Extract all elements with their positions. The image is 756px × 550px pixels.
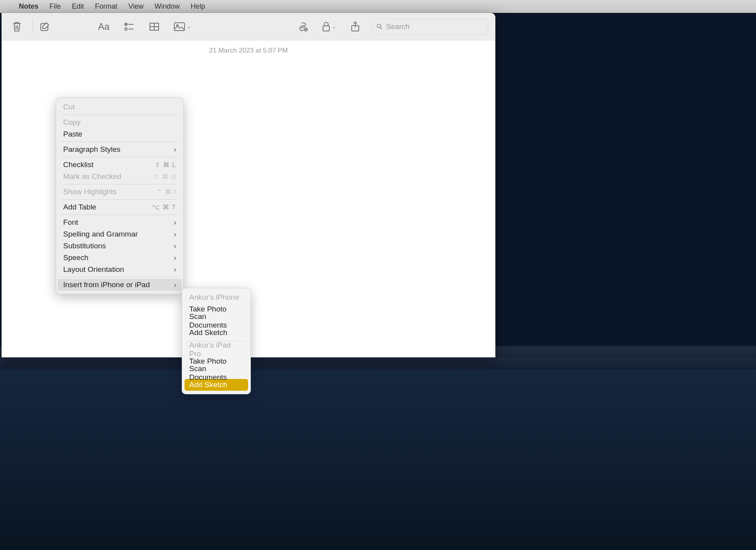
chevron-right-icon: › <box>174 253 176 262</box>
cm-cut: Cut <box>56 101 183 113</box>
cm-separator <box>61 184 179 184</box>
cm-paste[interactable]: Paste <box>56 128 183 140</box>
toolbar-separator <box>32 19 33 35</box>
menubar-view[interactable]: View <box>128 2 144 11</box>
menubar-app-name[interactable]: Notes <box>19 2 38 11</box>
menubar-window[interactable]: Window <box>155 2 180 11</box>
note-timestamp: 21 March 2023 at 5:07 PM <box>2 40 495 55</box>
cm-substitutions[interactable]: Substitutions› <box>56 240 183 252</box>
format-tools: Aa ⌄ <box>96 18 196 35</box>
notes-window: Aa ⌄ <box>2 13 495 357</box>
context-menu: Cut Copy Paste Paragraph Styles› Checkli… <box>56 98 184 294</box>
table-icon[interactable] <box>146 18 163 35</box>
cm-separator <box>61 142 179 142</box>
cm-add-table[interactable]: Add Table⌥ ⌘ T <box>56 201 183 213</box>
submenu-ipad-header: Ankur's iPad Pro <box>184 344 248 355</box>
desktop-background <box>0 358 756 550</box>
menubar-edit[interactable]: Edit <box>72 2 84 11</box>
checklist-icon[interactable] <box>121 18 137 35</box>
cm-checklist[interactable]: Checklist⇧ ⌘ L <box>56 159 183 171</box>
search-field[interactable] <box>372 19 488 35</box>
cm-separator <box>61 277 179 277</box>
cm-show-highlights: Show Highlights⌃ ⌘ I <box>56 186 183 198</box>
chevron-right-icon: › <box>174 280 176 289</box>
cm-speech[interactable]: Speech› <box>56 252 183 264</box>
share-tools: ⌄ <box>294 18 367 35</box>
chevron-right-icon: › <box>174 242 176 250</box>
share-icon[interactable] <box>347 18 363 35</box>
svg-line-16 <box>380 27 382 29</box>
cm-copy: Copy <box>56 117 183 128</box>
chevron-right-icon: › <box>174 145 176 154</box>
media-icon[interactable]: ⌄ <box>171 18 193 35</box>
link-icon[interactable] <box>294 18 311 35</box>
note-body[interactable]: 21 March 2023 at 5:07 PM Cut Copy Paste … <box>2 40 495 357</box>
cm-font[interactable]: Font› <box>56 217 183 228</box>
cm-layout[interactable]: Layout Orientation› <box>56 264 183 275</box>
svg-rect-8 <box>174 23 184 31</box>
cm-mark-checked: Mark as Checked⇧ ⌘ U <box>56 171 183 182</box>
search-input[interactable] <box>386 22 484 31</box>
cm-paragraph-styles[interactable]: Paragraph Styles› <box>56 144 183 155</box>
menubar-file[interactable]: File <box>49 2 61 11</box>
cm-separator <box>61 199 179 200</box>
cm-separator <box>61 215 179 215</box>
submenu-iphone-header: Ankur's iPhone <box>184 291 248 303</box>
menubar-help[interactable]: Help <box>191 2 205 11</box>
menubar-format[interactable]: Format <box>95 2 117 11</box>
svg-point-3 <box>125 28 127 30</box>
system-menubar: Notes File Edit Format View Window Help <box>0 0 756 13</box>
lock-icon[interactable]: ⌄ <box>320 18 338 35</box>
submenu-iphone-scan-documents[interactable]: Scan Documents <box>184 315 248 327</box>
submenu-ipad-scan-documents[interactable]: Scan Documents <box>184 367 248 379</box>
search-icon <box>376 23 383 30</box>
cm-separator <box>61 157 179 157</box>
cm-separator <box>61 115 179 115</box>
chevron-right-icon: › <box>174 230 176 239</box>
trash-icon[interactable] <box>9 18 25 35</box>
cm-spelling[interactable]: Spelling and Grammar› <box>56 228 183 240</box>
cm-insert-from-device[interactable]: Insert from iPhone or iPad› <box>58 279 182 291</box>
compose-icon[interactable] <box>37 18 53 35</box>
chevron-right-icon: › <box>174 265 176 274</box>
chevron-right-icon: › <box>174 218 176 227</box>
toolbar: Aa ⌄ <box>2 13 495 40</box>
svg-rect-13 <box>323 26 329 31</box>
svg-point-15 <box>377 24 381 27</box>
insert-device-submenu: Ankur's iPhone Take Photo Scan Documents… <box>182 288 251 394</box>
text-style-icon[interactable]: Aa <box>96 18 112 35</box>
